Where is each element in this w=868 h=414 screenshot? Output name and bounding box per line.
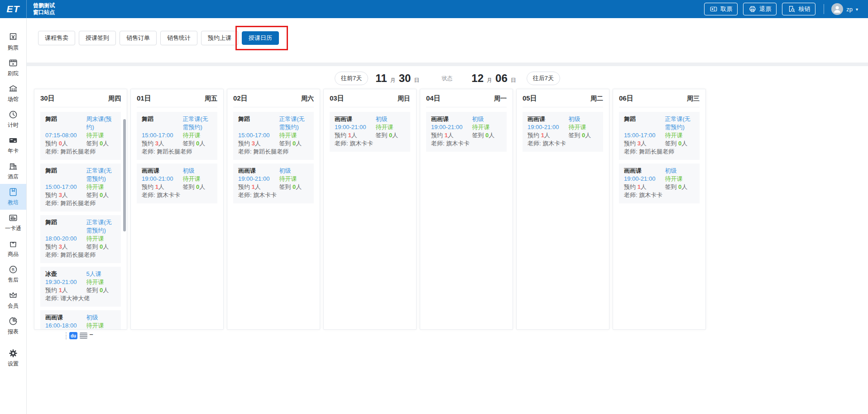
- column-day: 06日: [619, 94, 633, 103]
- teacher-name: 老师: 舞蹈长腿老师: [45, 148, 116, 156]
- reserve-count: 预约 3人: [45, 191, 86, 199]
- sidebar-item-theater[interactable]: 剧院: [0, 55, 26, 81]
- date-nav: 往前7天 11 月 30 日 状态 12 月 06 日 往后7天: [34, 71, 861, 86]
- class-time: 19:30-21:00: [45, 278, 86, 286]
- top-action-label: 核销: [798, 5, 810, 13]
- class-card[interactable]: 舞蹈正常课(无需预约)15:00-17:00待开课预约 3人签到 0人老师: 舞…: [233, 112, 314, 160]
- checkin-number: 0: [582, 132, 585, 139]
- teacher-name: 老师: 谭大神大佬: [45, 294, 116, 303]
- sidebar-item-member[interactable]: 会员: [0, 287, 26, 313]
- ime-drag-handle[interactable]: [66, 332, 67, 339]
- class-card[interactable]: 画画课初级19:00-21:00待开课预约 1人签到 0人老师: 旗木卡卡: [619, 164, 700, 203]
- card-row: 预约 1人签到 0人: [238, 183, 309, 191]
- column-weekday: 周四: [108, 95, 121, 103]
- reserve-number: 1: [348, 132, 351, 139]
- column-header: 01日周五: [137, 89, 217, 107]
- checkin-count: 签到 0人: [472, 131, 502, 140]
- tab-course-sale[interactable]: 课程售卖: [38, 31, 75, 45]
- reserve-number: 3: [155, 140, 158, 147]
- class-card[interactable]: 舞蹈正常课(无需预约)18:00-20:00待开课预约 3人签到 0人老师: 舞…: [40, 215, 121, 263]
- class-status: 待开课: [86, 235, 116, 243]
- tab-booking-class[interactable]: 预约上课: [201, 31, 238, 45]
- column-header: 06日周三: [619, 89, 700, 107]
- verify-button[interactable]: 核销: [782, 3, 815, 15]
- reserve-number: 3: [638, 140, 641, 147]
- app-logo[interactable]: ET: [0, 0, 27, 18]
- reserve-count: 预约 3人: [238, 140, 279, 148]
- sidebar-item-timer[interactable]: 计时: [0, 106, 26, 132]
- checkin-count: 签到 0人: [182, 140, 212, 148]
- column-cards: 画画课初级19:00-21:00待开课预约 1人签到 0人老师: 旗木卡卡: [420, 107, 513, 156]
- sidebar-item-pass-card[interactable]: 一卡通: [0, 210, 26, 236]
- take-ticket-icon: [710, 5, 718, 13]
- class-card[interactable]: 冰壶5人课19:30-21:00待开课预约 1人签到 0人老师: 谭大神大佬: [40, 267, 121, 307]
- tab-sales-orders[interactable]: 销售订单: [120, 31, 157, 45]
- next-7-days-button[interactable]: 往后7天: [527, 72, 560, 85]
- sidebar-item-buy-ticket[interactable]: 购票: [0, 29, 26, 55]
- ime-keyboard-icon[interactable]: [80, 332, 87, 339]
- sidebar-item-hotel[interactable]: 酒店: [0, 158, 26, 184]
- column-cards: 舞蹈正常课(无需预约)15:00-17:00待开课预约 3人签到 0人老师: 舞…: [227, 107, 320, 208]
- card-row: 19:00-21:00待开课: [142, 175, 212, 183]
- sidebar-item-annual-card[interactable]: 年卡: [0, 132, 26, 158]
- column-day: 05日: [523, 94, 537, 103]
- user-menu[interactable]: zp ▾: [831, 3, 858, 15]
- class-name: 舞蹈: [45, 115, 86, 131]
- sidebar-item-goods[interactable]: 商品: [0, 236, 26, 261]
- calendar-column: 04日周一画画课初级19:00-21:00待开课预约 1人签到 0人老师: 旗木…: [420, 89, 513, 330]
- class-card[interactable]: 画画课初级19:00-21:00待开课预约 1人签到 0人老师: 旗木卡卡: [523, 112, 603, 152]
- report-icon: [8, 316, 19, 327]
- user-name: zp: [846, 6, 853, 13]
- tab-sales-stats[interactable]: 销售统计: [160, 31, 197, 45]
- class-status: 待开课: [568, 123, 598, 131]
- ime-minimize-icon[interactable]: ‒: [90, 332, 93, 337]
- checkin-number: 0: [678, 183, 681, 190]
- end-month: 12: [471, 72, 484, 85]
- class-card[interactable]: 画画课初级16:00-18:00待开课预约 1人签到 0人老师: 旗木卡卡: [40, 310, 121, 330]
- calendar-column: 06日周三舞蹈正常课(无需预约)15:00-17:00待开课预约 3人签到 0人…: [613, 89, 706, 330]
- class-name: 画画课: [431, 115, 472, 123]
- panel-gap: [27, 63, 868, 66]
- scrollbar-thumb[interactable]: [123, 119, 126, 231]
- column-day: 03日: [330, 94, 344, 103]
- class-status: 待开课: [86, 278, 116, 286]
- class-card[interactable]: 画画课初级19:00-21:00待开课预约 1人签到 0人老师: 旗木卡卡: [137, 164, 217, 203]
- sidebar-item-settings[interactable]: 设置: [0, 345, 26, 371]
- take-ticket-button[interactable]: 取票: [704, 3, 738, 15]
- column-weekday: 周一: [494, 95, 507, 103]
- prev-7-days-button[interactable]: 往前7天: [335, 72, 368, 85]
- aftersale-icon: 售: [8, 264, 19, 275]
- annotation-highlight-box: [235, 26, 288, 50]
- reserve-number: 3: [59, 192, 62, 198]
- refund-ticket-button[interactable]: 退票: [743, 3, 777, 15]
- class-card[interactable]: 舞蹈正常课(无需预约)15:00-17:00待开课预约 3人签到 0人老师: 舞…: [40, 164, 121, 212]
- column-cards: 舞蹈正常课(无需预约)15:00-17:00待开课预约 3人签到 0人老师: 舞…: [613, 107, 705, 208]
- calendar-column: 30日周四舞蹈周末课(预约)07:15-08:00待开课预约 0人签到 0人老师…: [34, 89, 127, 330]
- card-row: 舞蹈正常课(无需预约): [624, 115, 695, 131]
- card-row: 画画课初级: [624, 167, 695, 175]
- sidebar-item-venue[interactable]: 场馆: [0, 81, 26, 106]
- class-card[interactable]: 舞蹈正常课(无需预约)15:00-17:00待开课预约 3人签到 0人老师: 舞…: [619, 112, 700, 160]
- reserve-number: 1: [638, 183, 641, 190]
- card-row: 15:00-17:00待开课: [238, 131, 309, 140]
- column-cards: 舞蹈正常课(无需预约)15:00-17:00待开课预约 3人签到 0人老师: 舞…: [131, 107, 223, 208]
- sidebar-item-aftersale[interactable]: 售售后: [0, 261, 26, 287]
- class-card[interactable]: 画画课初级19:00-21:00待开课预约 1人签到 0人老师: 旗木卡卡: [426, 112, 507, 152]
- class-card[interactable]: 画画课初级19:00-21:00待开课预约 1人签到 0人老师: 旗木卡卡: [233, 164, 314, 203]
- class-time: 19:00-21:00: [142, 175, 182, 183]
- tab-teaching-calendar[interactable]: 授课日历: [242, 31, 279, 45]
- ime-toolbar[interactable]: du ‒: [66, 332, 93, 339]
- ime-du-badge[interactable]: du: [69, 332, 77, 339]
- class-card[interactable]: 舞蹈周末课(预约)07:15-08:00待开课预约 0人签到 0人老师: 舞蹈长…: [40, 112, 121, 160]
- calendar-column: 05日周二画画课初级19:00-21:00待开课预约 1人签到 0人老师: 旗木…: [516, 89, 609, 330]
- class-status: 待开课: [375, 123, 405, 131]
- checkin-number: 0: [100, 192, 103, 198]
- class-card[interactable]: 画画课初级19:00-21:00待开课预约 1人签到 0人老师: 旗木卡卡: [330, 112, 410, 152]
- class-card[interactable]: 舞蹈正常课(无需预约)15:00-17:00待开课预约 3人签到 0人老师: 舞…: [137, 112, 217, 160]
- sidebar-item-report[interactable]: 报表: [0, 313, 26, 339]
- card-row: 舞蹈正常课(无需预约): [238, 115, 309, 131]
- checkin-number: 0: [196, 183, 199, 190]
- calendar-column: 03日周日画画课初级19:00-21:00待开课预约 1人签到 0人老师: 旗木…: [323, 89, 417, 330]
- tab-teaching-checkin[interactable]: 授课签到: [79, 31, 116, 45]
- sidebar-item-education[interactable]: 教培: [0, 184, 26, 210]
